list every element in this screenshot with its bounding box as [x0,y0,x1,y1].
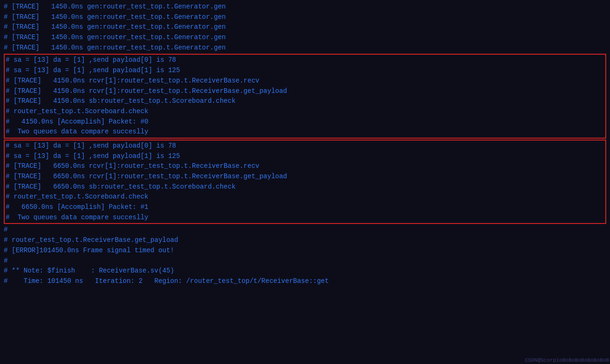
box2-line-4: # [TRACE] 6650.0ns rcvr[1]:router_test_t… [6,172,604,182]
box2-line-1: # sa = [13] da = [1] ,send payload[0] is… [6,141,604,151]
highlight-box-1: # sa = [13] da = [1] ,send payload[0] is… [4,54,606,139]
box2-line-7: # 6650.0ns [Accomplish] Packet: #1 [6,202,604,213]
box1-line-3: # [TRACE] 4150.0ns rcvr[1]:router_test_t… [6,76,604,86]
line-trace-3: # [TRACE] 1450.0ns gen:router_test_top.t… [4,22,606,33]
bottom-line-2: # router_test_top.t.ReceiverBase.get_pay… [4,235,606,246]
bottom-line-5: # ** Note: $finish : ReceiverBase.sv(45) [4,266,606,276]
box2-line-5: # [TRACE] 6650.0ns sb:router_test_top.t.… [6,182,604,192]
box1-line-1: # sa = [13] da = [1] ,send payload[0] is… [6,55,604,66]
line-trace-1: # [TRACE] 1450.0ns gen:router_test_top.t… [4,2,606,12]
box2-line-8: # Two queues data compare succeslly [6,213,604,223]
bottom-lines: # # router_test_top.t.ReceiverBase.get_p… [4,225,606,286]
box1-line-8: # Two queues data compare succeslly [6,127,604,137]
box1-line-5: # [TRACE] 4150.0ns sb:router_test_top.t.… [6,96,604,107]
bottom-line-3: # [ERROR]101450.0ns Frame signal timed o… [4,246,606,256]
bottom-line-1: # [4,225,606,235]
line-trace-2: # [TRACE] 1450.0ns gen:router_test_top.t… [4,12,606,23]
top-lines: # [TRACE] 1450.0ns gen:router_test_top.t… [4,2,606,53]
box1-line-7: # 4150.0ns [Accomplish] Packet: #0 [6,117,604,127]
bottom-line-6: # Time: 101450 ns Iteration: 2 Region: /… [4,276,606,287]
box1-line-6: # router_test_top.t.Scoreboard.check [6,107,604,117]
line-trace-4: # [TRACE] 1450.0ns gen:router_test_top.t… [4,33,606,43]
box2-line-6: # router_test_top.t.Scoreboard.check [6,192,604,202]
bottom-line-4: # [4,256,606,266]
watermark: CSDN@ScorpioBoBoBoBoBoBoBoB [525,357,609,363]
box2-line-2: # sa = [13] da = [1] ,send payload[1] is… [6,151,604,162]
box2-line-3: # [TRACE] 6650.0ns rcvr[1]:router_test_t… [6,161,604,172]
box1-line-2: # sa = [13] da = [1] ,send payload[1] is… [6,66,604,76]
line-trace-5: # [TRACE] 1450.0ns gen:router_test_top.t… [4,43,606,53]
terminal-output: # [TRACE] 1450.0ns gen:router_test_top.t… [0,0,610,364]
box1-line-4: # [TRACE] 4150.0ns rcvr[1]:router_test_t… [6,86,604,97]
highlight-box-2: # sa = [13] da = [1] ,send payload[0] is… [4,140,606,224]
